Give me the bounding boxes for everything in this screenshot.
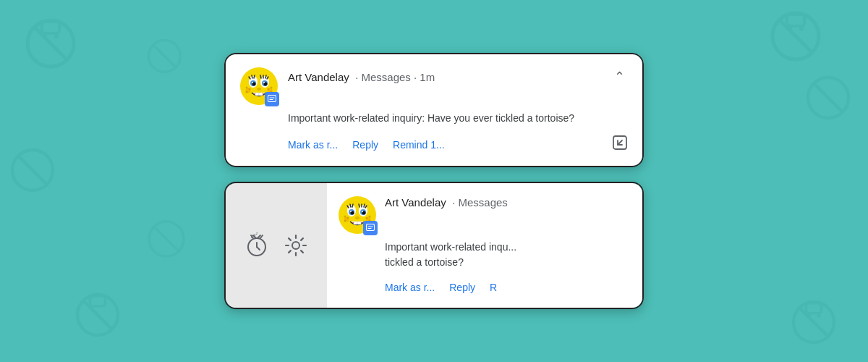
- card-1-title: Art Vandelay · Messages · 1m: [288, 71, 435, 83]
- card-1-meta: Art Vandelay · Messages · 1m ⌃: [288, 67, 628, 86]
- svg-point-0: [27, 20, 74, 67]
- svg-point-24: [149, 41, 181, 72]
- svg-point-77: [362, 211, 363, 212]
- svg-line-13: [84, 301, 112, 329]
- svg-point-85: [355, 216, 359, 219]
- card-2-content: Art Vandelay · Messages Important work-r…: [327, 183, 642, 308]
- swipe-action-panel: Z Z Z: [226, 183, 327, 308]
- svg-rect-14: [90, 296, 106, 306]
- svg-point-93: [369, 216, 371, 218]
- svg-line-25: [153, 45, 175, 67]
- svg-point-47: [246, 87, 248, 89]
- avatar-container-2: [339, 196, 376, 234]
- svg-text:Z: Z: [256, 232, 258, 235]
- svg-point-20: [807, 314, 810, 318]
- svg-rect-43: [255, 93, 259, 96]
- svg-line-6: [780, 20, 812, 52]
- svg-point-34: [263, 82, 265, 83]
- svg-point-21: [817, 314, 820, 318]
- svg-point-22: [149, 222, 184, 256]
- svg-line-11: [19, 156, 47, 185]
- notification-card-2: Z Z Z: [224, 182, 644, 309]
- card-2-outer: Z Z Z: [224, 182, 644, 309]
- svg-point-33: [252, 82, 253, 83]
- card-2-meta: Art Vandelay · Messages: [385, 196, 628, 209]
- svg-point-92: [344, 220, 346, 222]
- sender-name-1: Art Vandelay: [288, 71, 349, 83]
- reply-button-1[interactable]: Reply: [352, 136, 387, 153]
- svg-point-49: [246, 91, 248, 93]
- notification-card-1: Art Vandelay · Messages · 1m ⌃ Important…: [224, 53, 644, 167]
- messages-app-icon-2: [363, 221, 378, 235]
- svg-line-18: [800, 308, 828, 337]
- svg-line-83: [364, 204, 365, 207]
- card-2-message: Important work-related inqu...tickled a …: [385, 240, 628, 270]
- mark-read-button-2[interactable]: Mark as r...: [385, 279, 443, 296]
- svg-point-10: [12, 150, 53, 190]
- svg-line-38: [260, 75, 261, 78]
- svg-line-23: [155, 227, 179, 251]
- svg-rect-19: [807, 303, 822, 313]
- sender-name-2: Art Vandelay: [385, 196, 446, 209]
- svg-rect-54: [268, 96, 276, 101]
- svg-point-15: [808, 77, 848, 118]
- svg-point-51: [268, 88, 270, 90]
- settings-button[interactable]: [283, 232, 309, 258]
- svg-line-16: [814, 84, 843, 112]
- svg-rect-7: [787, 14, 804, 26]
- svg-point-17: [793, 302, 834, 342]
- remind-button-1[interactable]: Remind 1...: [393, 136, 454, 153]
- card-2-title: Art Vandelay · Messages: [385, 196, 508, 209]
- card-1-message: Important work-related inquiry: Have you…: [288, 111, 628, 126]
- svg-point-94: [366, 217, 368, 219]
- svg-line-80: [352, 204, 353, 207]
- svg-line-36: [252, 75, 252, 78]
- card-2-subtitle: · Messages: [449, 196, 508, 209]
- svg-line-40: [265, 75, 266, 78]
- svg-point-5: [773, 13, 819, 59]
- card-2-title-row: Art Vandelay · Messages: [385, 196, 628, 209]
- expand-icon-1[interactable]: [612, 135, 628, 154]
- avatar-container-1: [240, 67, 278, 105]
- svg-point-48: [249, 88, 251, 90]
- svg-line-60: [257, 247, 260, 250]
- svg-point-8: [788, 27, 792, 31]
- svg-line-37: [254, 75, 255, 78]
- svg-point-50: [271, 87, 273, 89]
- svg-point-90: [344, 216, 346, 218]
- svg-rect-44: [259, 93, 263, 96]
- svg-point-68: [292, 242, 299, 249]
- collapse-icon-1[interactable]: ⌃: [611, 67, 628, 86]
- card-1-header: Art Vandelay · Messages · 1m ⌃: [240, 67, 628, 105]
- card-1-actions: Mark as r... Reply Remind 1...: [288, 135, 628, 154]
- card-2-actions: Mark as r... Reply R: [385, 279, 628, 296]
- svg-point-9: [799, 27, 804, 31]
- svg-rect-87: [357, 222, 361, 224]
- card-1-title-row: Art Vandelay · Messages · 1m ⌃: [288, 67, 628, 86]
- svg-point-76: [350, 211, 352, 212]
- messages-app-icon-1: [265, 92, 279, 106]
- svg-line-1: [35, 28, 67, 59]
- svg-rect-2: [42, 22, 59, 33]
- card-1-body: Art Vandelay · Messages · 1m ⌃ Important…: [224, 53, 644, 167]
- svg-point-91: [347, 217, 349, 219]
- card-2-header: Art Vandelay · Messages: [339, 196, 628, 234]
- reply-button-2[interactable]: Reply: [449, 279, 484, 296]
- svg-rect-86: [354, 222, 357, 224]
- svg-text:Z: Z: [251, 235, 253, 239]
- snooze-button[interactable]: Z Z Z: [244, 232, 270, 258]
- card-1-subtitle: · Messages · 1m: [352, 71, 435, 83]
- mark-read-button-1[interactable]: Mark as r...: [288, 136, 346, 153]
- svg-point-12: [77, 295, 118, 335]
- svg-point-4: [54, 34, 59, 38]
- svg-rect-97: [367, 224, 374, 230]
- remind-button-2[interactable]: R: [490, 279, 506, 296]
- svg-point-42: [257, 88, 261, 90]
- svg-line-81: [359, 204, 359, 207]
- svg-line-79: [350, 204, 351, 207]
- svg-point-3: [43, 34, 47, 38]
